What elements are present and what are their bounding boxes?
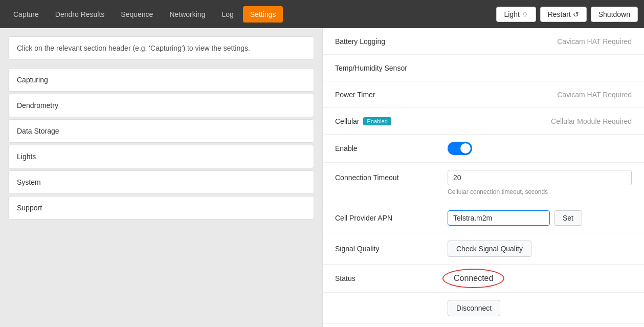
disconnect-row: Disconnect xyxy=(323,293,644,324)
signal-quality-label: Signal Quality xyxy=(335,245,448,253)
connection-timeout-input[interactable] xyxy=(448,170,632,185)
sidebar-item-dendrometry[interactable]: Dendrometry xyxy=(8,94,314,117)
enable-row: Enable xyxy=(323,135,644,163)
battery-logging-label: Battery Logging xyxy=(335,37,448,46)
cellular-enabled-badge: Enabled xyxy=(363,117,391,125)
cellular-label: Cellular Enabled xyxy=(335,117,448,125)
power-timer-row: Power Timer Cavicam HAT Required xyxy=(323,81,644,108)
shutdown-button[interactable]: Shutdown xyxy=(591,7,638,22)
nav-items: Capture Dendro Results Sequence Networki… xyxy=(6,6,496,23)
enable-label: Enable xyxy=(335,144,448,152)
sidebar: Click on the relevant section header (e.… xyxy=(0,28,322,327)
connected-circle xyxy=(442,269,504,288)
sidebar-item-support[interactable]: Support xyxy=(8,196,314,220)
nav-capture[interactable]: Capture xyxy=(6,6,46,23)
sidebar-item-capturing[interactable]: Capturing xyxy=(8,68,314,92)
main-layout: Click on the relevant section header (e.… xyxy=(0,28,644,327)
signal-quality-row: Signal Quality Check Signal Quality xyxy=(323,233,644,265)
navbar: Capture Dendro Results Sequence Networki… xyxy=(0,0,644,28)
info-box: Click on the relevant section header (e.… xyxy=(8,36,314,60)
connection-timeout-label: Connection Timeout xyxy=(335,173,448,182)
status-connected: Connected xyxy=(448,272,499,285)
power-timer-value: Cavicam HAT Required xyxy=(557,91,632,99)
cellular-module-required: Cellular Module Required xyxy=(551,117,632,125)
apn-row: Cell Provider APN Set xyxy=(323,203,644,233)
battery-logging-value: Cavicam HAT Required xyxy=(557,37,632,46)
nav-sequence[interactable]: Sequence xyxy=(114,6,160,23)
temp-humidity-row: Temp/Humidity Sensor xyxy=(323,55,644,81)
sidebar-menu: Capturing Dendrometry Data Storage Light… xyxy=(8,68,314,220)
enable-toggle[interactable] xyxy=(448,142,472,155)
power-timer-label: Power Timer xyxy=(335,91,448,99)
sidebar-item-lights[interactable]: Lights xyxy=(8,145,314,168)
status-label: Status xyxy=(335,274,448,282)
temp-humidity-label: Temp/Humidity Sensor xyxy=(335,64,448,72)
sidebar-item-data-storage[interactable]: Data Storage xyxy=(8,119,314,143)
restart-button[interactable]: Restart ↺ xyxy=(540,7,587,22)
apn-group: Set xyxy=(448,210,582,226)
nav-log[interactable]: Log xyxy=(214,6,240,23)
status-row: Status Connected xyxy=(323,265,644,293)
nav-networking[interactable]: Networking xyxy=(162,6,212,23)
sidebar-item-system[interactable]: System xyxy=(8,170,314,194)
right-panel: Battery Logging Cavicam HAT Required Tem… xyxy=(322,28,644,327)
apn-input[interactable] xyxy=(448,210,550,226)
cellular-row: Cellular Enabled Cellular Module Require… xyxy=(323,108,644,135)
apn-label: Cell Provider APN xyxy=(335,214,448,222)
nav-right-buttons: Light ♢ Restart ↺ Shutdown xyxy=(496,7,638,22)
check-signal-button[interactable]: Check Signal Quality xyxy=(448,241,531,257)
connection-timeout-hint: Cellular connection timeout, seconds xyxy=(448,188,548,195)
connection-timeout-row: Connection Timeout Cellular connection t… xyxy=(323,163,644,203)
disconnect-button[interactable]: Disconnect xyxy=(448,300,500,316)
light-button[interactable]: Light ♢ xyxy=(496,7,536,22)
nav-settings[interactable]: Settings xyxy=(243,6,283,23)
toggle-thumb xyxy=(460,143,471,154)
set-button[interactable]: Set xyxy=(554,210,582,226)
battery-logging-row: Battery Logging Cavicam HAT Required xyxy=(323,28,644,55)
nav-dendro-results[interactable]: Dendro Results xyxy=(48,6,112,23)
